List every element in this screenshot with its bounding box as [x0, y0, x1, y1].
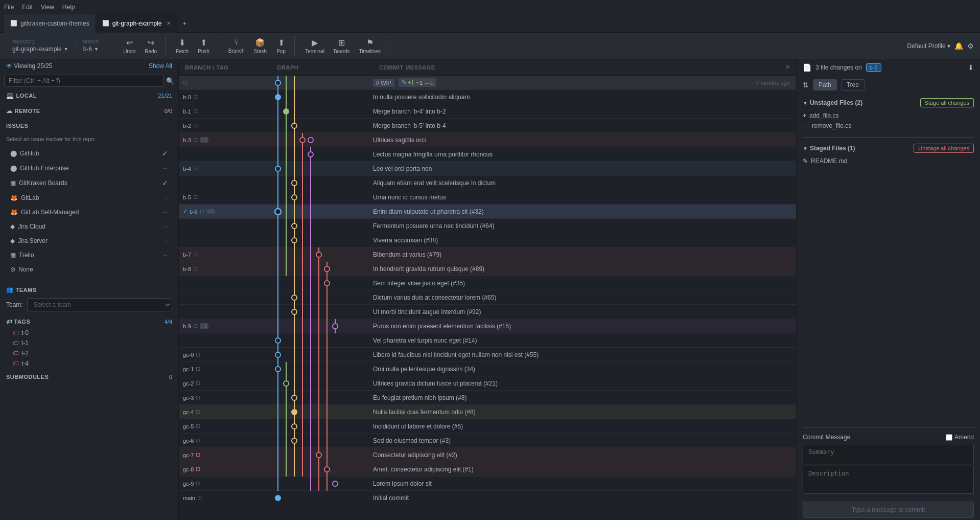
teams-header[interactable]: 👥 TEAMS: [0, 283, 178, 296]
fetch-button[interactable]: ⬇ Fetch: [172, 36, 193, 56]
tracker-trello[interactable]: ▦ Trello →: [6, 248, 172, 262]
menu-help[interactable]: Help: [62, 4, 75, 11]
b0-icon: ⊡: [193, 94, 198, 100]
boards-button[interactable]: ⊞ Boards: [330, 36, 354, 56]
graph-row-main[interactable]: main ⊡ Initial commit: [179, 491, 796, 505]
jira-server-icon: ◆: [10, 237, 15, 244]
tracker-gitkraken[interactable]: ▦ GitKraken Boards ✓: [6, 176, 172, 190]
graph-row-gc8[interactable]: gc-8 ⊡ Amet, consectetur adip: [179, 462, 796, 477]
tag-t2[interactable]: 🏷 t-2: [0, 348, 178, 358]
graph-col-gc5: [271, 419, 373, 434]
timelines-button[interactable]: ⚑ Timelines: [355, 36, 385, 56]
graph-row-gc6[interactable]: gc-6 ⊡ Sed do eiusmod tempor: [179, 434, 796, 448]
graph-svg-main: [271, 491, 373, 505]
graph-row-utmorbi[interactable]: Ut morbi tincidunt augue interdum (#92): [179, 305, 796, 319]
tab-git-graph[interactable]: ⬜ git-graph-example ✕: [96, 14, 178, 33]
tracker-github[interactable]: ⬤ GitHub ✓: [6, 146, 172, 161]
graph-row-lectus[interactable]: Lectus magna fringilla urna porttitor rh…: [179, 147, 796, 162]
graph-row-viverra[interactable]: Viverra accumsan (#38): [179, 233, 796, 247]
menu-file[interactable]: File: [4, 4, 14, 11]
tracker-gitlab-self[interactable]: 🦊 GitLab Self-Managed →: [6, 206, 172, 219]
pop-button[interactable]: ⬆ Pop: [272, 36, 290, 56]
tracker-none[interactable]: ⊘ None: [6, 263, 172, 276]
team-select[interactable]: Select a team: [27, 298, 172, 311]
tab-gitkraken[interactable]: ⬜ gitkraken-custom-themes: [4, 14, 96, 33]
graph-row-gc3[interactable]: gc-3 ⊡ Eu feugiat pretium nib: [179, 391, 796, 405]
graph-row-gc4[interactable]: gc-4 ⊡ Nulla facilisi cras fe: [179, 405, 796, 419]
issues-header[interactable]: ISSUES: [0, 120, 178, 132]
branch-value[interactable]: b-6 ▼: [83, 46, 99, 53]
file-readme[interactable]: ✎ README.md: [803, 156, 974, 166]
graph-row-aliquam[interactable]: Aliquam etiam erat velit scelerisque in …: [179, 176, 796, 190]
menu-edit[interactable]: Edit: [22, 4, 33, 11]
graph-row-gc0[interactable]: gc-0 ⊡ Libero id faucibus nisl tincidunt…: [179, 348, 796, 362]
graph-row-fermentum[interactable]: Fermentum posuere urna nec tincidunt (#6…: [179, 219, 796, 233]
graph-row-vel[interactable]: Vel pharetra vel turpis nunc eget (#14): [179, 333, 796, 348]
graph-row-b5[interactable]: b-5 ⊡ Urna nunc id cursus metus: [179, 190, 796, 205]
graph-close-icon[interactable]: ✕: [785, 64, 790, 71]
graph-row-gc2[interactable]: gc-2 ⊡ Ultrices gravida dictu: [179, 376, 796, 391]
new-tab-button[interactable]: +: [177, 14, 192, 33]
repo-name[interactable]: git-graph-example ▼: [12, 46, 68, 53]
graph-row-wip[interactable]: ⊡ // WIP ✎ +1 ~1: [179, 76, 796, 90]
tree-view-button[interactable]: Tree: [841, 79, 865, 91]
path-view-button[interactable]: Path: [813, 79, 837, 91]
graph-row-gc9[interactable]: gc-9 ⊡ Lorem ipsum dolor sit: [179, 477, 796, 491]
graph-row-b8[interactable]: b-8 ⊡ In hendrerit gravida ru: [179, 262, 796, 276]
stage-all-button[interactable]: Stage all changes: [920, 98, 974, 107]
amend-check[interactable]: Amend: [946, 434, 974, 441]
graph-row-gc7[interactable]: gc-7 ⊡ Consectetur adipiscing: [179, 448, 796, 462]
tracker-gitlab[interactable]: 🦊 GitLab →: [6, 191, 172, 205]
file-add-cs[interactable]: + add_file.cs: [803, 110, 974, 121]
tracker-jira-cloud[interactable]: ◆ Jira Cloud →: [6, 220, 172, 233]
commit-summary-input[interactable]: [803, 444, 974, 464]
filter-input[interactable]: [4, 75, 164, 87]
commit-description-input[interactable]: [803, 466, 974, 494]
tracker-github-enterprise[interactable]: ⬤ GitHub Enterprise →: [6, 162, 172, 175]
graph-row-b6[interactable]: ✓ b-6 ⊡ +1 Enim diam vulputate ut p: [179, 205, 796, 219]
commit-button[interactable]: Type a message to commit: [803, 502, 974, 518]
amend-checkbox[interactable]: [946, 434, 952, 441]
graph-row-b0[interactable]: b-0 ⊡ In nulla posuere sollicitudin aliq…: [179, 90, 796, 104]
terminal-button[interactable]: ▶ Terminal: [301, 36, 329, 56]
submodules-header[interactable]: SUBMODULES 0: [0, 371, 178, 383]
remote-header[interactable]: ☁ REMOTE 0/0: [0, 104, 178, 118]
graph-row-gc1[interactable]: gc-1 ⊡ Orci nulla pellentesqu: [179, 362, 796, 376]
tab-close-icon[interactable]: ✕: [167, 20, 171, 26]
undo-button[interactable]: ↩ Undo: [119, 36, 139, 56]
graph-scroll[interactable]: ⊡ // WIP ✎ +1 ~1: [179, 76, 796, 520]
local-header[interactable]: 💻 LOCAL 21/21: [0, 89, 178, 102]
download-icon[interactable]: ⬇: [968, 63, 974, 72]
file-remove-cs[interactable]: — remove_file.cs: [803, 121, 974, 131]
menu-view[interactable]: View: [41, 4, 54, 11]
tag-t0[interactable]: 🏷 t-0: [0, 328, 178, 338]
branch-button[interactable]: ⑂ Branch: [224, 36, 249, 56]
tag-t4[interactable]: 🏷 t-4: [0, 358, 178, 369]
graph-row-b7[interactable]: b-7 ⊡ Bibendum at varius (#79): [179, 247, 796, 262]
graph-row-sem[interactable]: Sem integer vitae justo eget (#35): [179, 276, 796, 290]
branch-dropdown-icon[interactable]: ▼: [94, 47, 99, 52]
graph-row-b1[interactable]: b-1 ⊡ Merge branch 'b-4' into b-2: [179, 104, 796, 119]
tags-header[interactable]: 🏷 TAGS 4/4: [0, 315, 178, 328]
notifications-icon[interactable]: 🔔: [954, 42, 963, 50]
unstage-all-button[interactable]: Unstage all changes: [914, 144, 974, 153]
settings-icon[interactable]: ⚙: [967, 42, 974, 50]
tracker-jira-server[interactable]: ◆ Jira Server →: [6, 234, 172, 247]
redo-button[interactable]: ↪ Redo: [141, 36, 161, 56]
jira-cloud-arrow-icon: →: [162, 223, 168, 230]
branch-icon: ⑂: [234, 38, 239, 47]
graph-row-b4[interactable]: b-4 ⊡ Leo vel orci porta non: [179, 162, 796, 176]
stash-button[interactable]: 📦 Stash: [250, 36, 271, 56]
tag-t1[interactable]: 🏷 t-1: [0, 338, 178, 348]
graph-row-b3[interactable]: b-3 ⊡ +2 Ultrices sagittis orci: [179, 133, 796, 147]
profile-button[interactable]: Default Profile ▾: [907, 42, 950, 50]
tracker-jira-cloud-left: ◆ Jira Cloud: [10, 223, 45, 230]
graph-row-gc5[interactable]: gc-5 ⊡ Incididunt ut labore e: [179, 419, 796, 434]
repo-dropdown-icon[interactable]: ▼: [64, 47, 68, 52]
graph-row-b2[interactable]: b-2 ⊡ Merge branch 'b-5' into b-4: [179, 119, 796, 133]
sort-icon[interactable]: ⇅: [803, 81, 809, 89]
graph-row-dictum[interactable]: Dictum varius duis at consectetur lorem …: [179, 290, 796, 305]
show-all-button[interactable]: Show All: [149, 62, 172, 70]
graph-row-b9[interactable]: b-9 ⊡ +1 Purus non: [179, 319, 796, 333]
push-button[interactable]: ⬆ Push: [194, 36, 214, 56]
